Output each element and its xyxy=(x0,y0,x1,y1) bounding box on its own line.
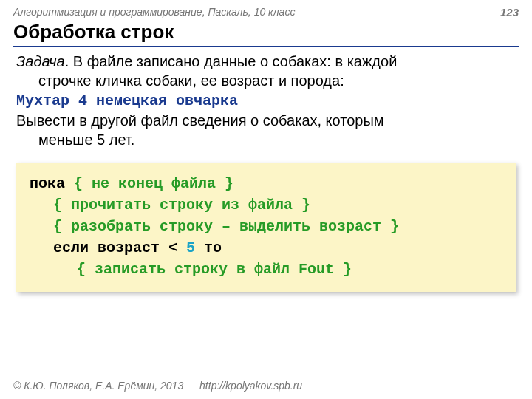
task-label: Задача xyxy=(16,53,65,69)
comment-parse: { разобрать строку – выделить возраст } xyxy=(30,216,502,237)
task-example: Мухтар 4 немецкая овчарка xyxy=(16,92,516,111)
page-title: Обработка строк xyxy=(13,21,174,44)
task-line1-tail: . В файле записано данные о собаках: в к… xyxy=(65,53,398,69)
footer-copyright: © К.Ю. Поляков, Е.А. Ерёмин, 2013 xyxy=(13,380,183,392)
keyword-if: если возраст < xyxy=(53,239,186,256)
number-5: 5 xyxy=(186,239,195,256)
code-box: пока { не конец файла } { прочитать стро… xyxy=(16,163,516,292)
task-output: Вывести в другой файл сведения о собаках… xyxy=(16,111,516,149)
task-line2: строчке кличка собаки, ее возраст и поро… xyxy=(38,71,516,90)
footer: © К.Ю. Поляков, Е.А. Ерёмин, 2013 http:/… xyxy=(13,380,302,392)
keyword-while: пока xyxy=(30,175,74,192)
code-line-4: если возраст < 5 то xyxy=(30,237,502,259)
comment-eof: { не конец файла } xyxy=(74,175,233,192)
task-line3: Вывести в другой файл сведения о собаках… xyxy=(16,112,384,129)
title-rule xyxy=(13,46,519,47)
comment-write: { записать строку в файл Fout } xyxy=(30,259,502,280)
breadcrumb: Алгоритмизация и программирование, Паска… xyxy=(13,6,519,18)
code-line-1: пока { не конец файла } xyxy=(30,175,233,192)
task-line4: меньше 5 лет. xyxy=(38,130,516,149)
footer-url: http://kpolyakov.spb.ru xyxy=(200,380,302,392)
comment-read: { прочитать строку из файла } xyxy=(30,194,502,216)
slide: Алгоритмизация и программирование, Паска… xyxy=(0,0,532,399)
body: Задача. В файле записано данные о собака… xyxy=(16,52,516,292)
task-text: Задача. В файле записано данные о собака… xyxy=(16,52,516,90)
keyword-then: то xyxy=(195,239,222,256)
page-number: 123 xyxy=(500,6,519,18)
